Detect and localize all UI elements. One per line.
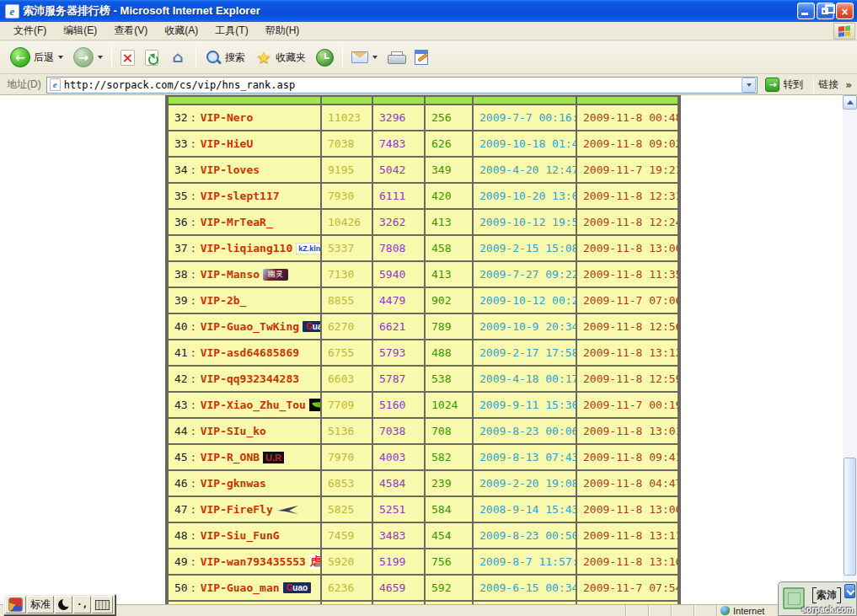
- history-button[interactable]: [311, 46, 339, 70]
- table-row: 38：VIP-Manso幽灵713059404132009-7-27 09:22…: [169, 262, 678, 287]
- address-input[interactable]: e http://sorpack.com/cs/vip/hns_rank.asp: [46, 77, 758, 94]
- links-label[interactable]: 链接: [818, 78, 838, 92]
- first-time-cell: 2009-2-15 15:08:00: [474, 236, 576, 260]
- menu-item[interactable]: 编辑(E): [55, 21, 105, 40]
- widget-chevron-button[interactable]: [844, 584, 855, 598]
- stat-cell-1: 7459: [322, 523, 372, 548]
- player-name: VIP-Xiao_Zhu_Tou: [201, 399, 306, 411]
- rank-number: 36：: [174, 215, 199, 230]
- rank-number: 49：: [174, 554, 199, 570]
- stat-cell-1: 6603: [322, 367, 372, 391]
- stat-cell-3: 1024: [426, 393, 472, 417]
- forward-button[interactable]: →: [68, 44, 108, 71]
- menu-item[interactable]: 查看(V): [105, 21, 156, 40]
- first-time-cell: 2009-10-9 20:34:00: [474, 314, 576, 339]
- edit-button[interactable]: [410, 46, 433, 68]
- ime-punct-button[interactable]: ·,: [73, 596, 91, 613]
- ime-softkeyboard-button[interactable]: [92, 596, 113, 613]
- minimize-button[interactable]: [797, 3, 815, 19]
- vertical-scrollbar[interactable]: [843, 95, 857, 604]
- player-name: VIP-Siu_FunG: [201, 529, 280, 542]
- refresh-icon: [145, 50, 158, 66]
- table-header-row: [169, 97, 678, 104]
- favorites-button[interactable]: 收藏夹: [250, 46, 311, 69]
- player-name: VIP-gknwas: [201, 477, 266, 490]
- status-panel: [694, 605, 716, 616]
- table-row: 35：VIP-slept117793061114202009-10-20 13:…: [169, 184, 678, 208]
- first-time-cell: 2009-8-23 00:06:00: [474, 419, 576, 443]
- scroll-up-button[interactable]: [843, 95, 857, 110]
- ime-mode-label: 标准: [30, 597, 51, 612]
- back-button[interactable]: ←后退: [5, 44, 68, 71]
- player-badge: Guao: [303, 321, 320, 332]
- stat-cell-2: 7808: [373, 236, 424, 260]
- search-label: 搜索: [225, 51, 245, 65]
- rank-table: 32：VIP-Nero1102332962562009-7-7 00:16:00…: [165, 95, 681, 604]
- chevron-down-icon: [747, 83, 752, 87]
- home-icon: [169, 49, 187, 66]
- search-button[interactable]: 搜索: [200, 46, 250, 69]
- messenger-button[interactable]: [433, 54, 443, 61]
- ime-bar: 标准 ·,: [3, 594, 115, 615]
- stat-cell-1: 7930: [322, 184, 372, 208]
- menu-item[interactable]: 收藏(A): [156, 21, 206, 40]
- rank-number: 44：: [174, 424, 199, 439]
- player-cell: 47：VIP-FireFly: [169, 497, 320, 522]
- stat-cell-1: 7970: [322, 445, 372, 469]
- stat-cell-3: 458: [426, 236, 472, 260]
- table-row: 50：VIP-Guao_manGuao623646595922009-6-15 …: [169, 576, 678, 600]
- player-cell: 39：VIP-2b_: [169, 288, 320, 313]
- menu-item[interactable]: 文件(F): [5, 21, 55, 40]
- menu-item[interactable]: 工具(T): [206, 21, 256, 40]
- links-chevron-icon[interactable]: »: [845, 79, 852, 91]
- status-panel: [625, 605, 648, 616]
- ie-window: e 索沛服务器排行榜 - Microsoft Internet Explorer…: [0, 0, 857, 616]
- go-button[interactable]: → 转到: [761, 76, 809, 94]
- edit-icon: [415, 50, 428, 65]
- table-row: 40：VIP-Guao_TwKingGuao627066217892009-10…: [169, 314, 678, 339]
- player-cell: 41：VIP-asd64685869: [169, 340, 320, 365]
- scrollbar-thumb[interactable]: [844, 458, 856, 576]
- restore-button[interactable]: [817, 3, 834, 19]
- print-icon: [388, 51, 404, 64]
- first-time-cell: 2009-4-18 00:17:00: [474, 367, 576, 391]
- stat-cell-3: 256: [426, 105, 472, 130]
- ime-mode-button[interactable]: 标准: [27, 596, 54, 613]
- address-dropdown-button[interactable]: [742, 78, 756, 93]
- stat-cell-3: 488: [426, 340, 472, 365]
- stat-cell-2: 6111: [373, 184, 424, 208]
- first-time-cell: 2009-7-27 09:22:00: [474, 262, 576, 287]
- chevron-down-icon: [98, 56, 103, 59]
- toolbar-separator: [196, 46, 196, 68]
- rank-number: 48：: [174, 528, 199, 544]
- sorpack-widget[interactable]: 索沛 sorpack.com: [778, 581, 857, 616]
- first-time-cell: 2009-4-20 12:47:00: [474, 158, 576, 182]
- stat-cell-3: 789: [426, 314, 472, 339]
- rank-number: 32：: [174, 110, 199, 126]
- restore-icon: [822, 8, 828, 14]
- print-button[interactable]: [383, 48, 410, 67]
- home-button[interactable]: [163, 46, 192, 69]
- player-badge: [309, 399, 320, 411]
- player-name: VIP-Guao_man: [201, 581, 280, 594]
- stat-cell-3: 420: [426, 184, 472, 208]
- last-time-cell: 2009-11-8 12:24:00: [577, 210, 678, 234]
- stat-cell-2: 5160: [373, 393, 424, 417]
- close-button[interactable]: ×: [836, 3, 854, 19]
- stat-cell-3: 708: [426, 419, 472, 443]
- stat-cell-3: 592: [426, 576, 472, 600]
- last-time-cell: 2009-11-8 12:59:00: [577, 367, 678, 391]
- window-title: 索沛服务器排行榜 - Microsoft Internet Explorer: [23, 3, 797, 19]
- mail-button[interactable]: [346, 48, 383, 67]
- last-time-cell: 2009-11-7 07:54:00: [577, 576, 678, 600]
- first-time-cell: 2009-7-7 00:16:00: [474, 105, 576, 130]
- player-cell: 43：VIP-Xiao_Zhu_Tou: [169, 393, 320, 417]
- stop-button[interactable]: [115, 46, 140, 69]
- refresh-button[interactable]: [140, 46, 163, 69]
- player-cell: 33：VIP-HieU: [169, 131, 320, 156]
- last-time-cell: 2009-11-8 11:35:00: [577, 262, 678, 287]
- ime-logo-button[interactable]: [5, 596, 26, 613]
- first-time-cell: 2009-2-20 19:08:00: [474, 471, 576, 495]
- ime-fullhalf-button[interactable]: [55, 596, 72, 613]
- menu-item[interactable]: 帮助(H): [257, 21, 308, 40]
